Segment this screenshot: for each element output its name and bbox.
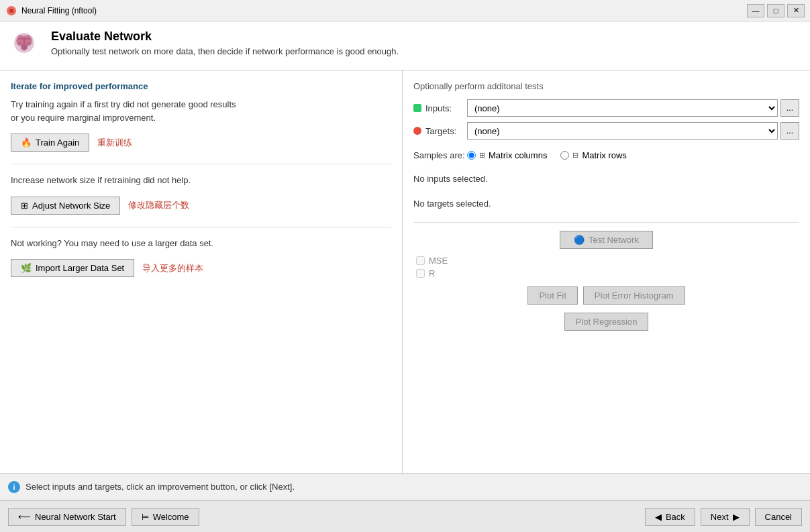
status-message: Select inputs and targets, click an impr… [26,482,295,492]
cancel-label: Cancel [765,512,792,522]
inputs-browse-button[interactable]: ... [780,99,799,117]
back-button[interactable]: ◀ Back [645,508,695,526]
inputs-dropdown-container: (none) ... [467,99,799,117]
matrix-columns-radio[interactable] [467,151,476,160]
window-title: Neural Fitting (nftool) [21,6,747,15]
targets-dot-icon [413,127,421,135]
targets-dropdown-container: (none) ... [467,122,799,140]
matrix-columns-icon: ⊞ [479,151,485,160]
cancel-button[interactable]: Cancel [755,508,802,526]
targets-row: Targets: (none) ... [413,122,799,140]
nav-right: ◀ Back Next ▶ Cancel [645,508,802,526]
mse-label: MSE [429,256,448,266]
plot-error-histogram-button[interactable]: Plot Error Histogram [583,286,685,305]
import-data-chinese: 导入更多的样本 [142,262,203,274]
train-again-row: 🔥 Train Again 重新训练 [11,134,391,152]
targets-label-text: Targets: [425,126,456,136]
nav-left: ⟵ Neural Network Start ⊨ Welcome [8,508,645,526]
iterate-section-title: Iterate for improved performance [11,81,391,91]
plot-regression-button[interactable]: Plot Regression [564,313,649,331]
r-checkbox-row: R [413,268,799,278]
test-network-icon: 🔵 [574,235,585,245]
plot-fit-button[interactable]: Plot Fit [527,286,577,305]
status-icon: i [8,481,20,493]
test-network-label: Test Network [589,235,639,245]
main-content: Iterate for improved performance Try tra… [0,70,810,473]
fire-icon: 🔥 [21,138,32,148]
welcome-label: Welcome [153,512,189,522]
neural-network-start-button[interactable]: ⟵ Neural Network Start [8,508,126,526]
matrix-rows-option[interactable]: ⊟ Matrix rows [560,150,626,160]
header: Evaluate Network Optionally test network… [0,21,810,70]
plot-buttons-row-1: Plot Fit Plot Error Histogram [413,286,799,305]
r-label: R [429,268,435,278]
brain-icon [11,30,43,62]
adjust-network-label: Adjust Network Size [32,201,110,211]
network-icon: ⊞ [21,201,28,211]
larger-data-desc: Not working? You may need to use a large… [11,237,391,250]
iterate-desc-line1: Try training again if a first try did no… [11,99,236,109]
inputs-dropdown[interactable]: (none) [467,99,778,117]
page-title: Evaluate Network [51,30,399,44]
right-divider [413,222,799,223]
import-icon: 🌿 [21,263,32,273]
nav-start-icon: ⟵ [18,512,31,522]
r-checkbox[interactable] [416,269,425,278]
neural-network-start-label: Neural Network Start [35,512,116,522]
nav-welcome-icon: ⊨ [142,512,149,522]
network-size-desc: Increase network size if retraining did … [11,174,391,187]
samples-row: Samples are: ⊞ Matrix columns ⊟ Matrix r… [413,150,799,160]
back-label: Back [666,512,685,522]
no-targets-text: No targets selected. [413,199,799,209]
targets-label: Targets: [413,126,467,136]
maximize-button[interactable]: □ [767,4,784,17]
plot-regression-row: Plot Regression [413,313,799,331]
train-again-button[interactable]: 🔥 Train Again [11,134,89,152]
divider-1 [11,164,391,164]
iterate-description: Try training again if a first try did no… [11,98,391,124]
matrix-columns-option[interactable]: ⊞ Matrix columns [467,150,547,160]
targets-dropdown[interactable]: (none) [467,122,778,140]
right-section-title: Optionally perform additonal tests [413,81,799,91]
no-inputs-text: No inputs selected. [413,174,799,184]
mse-checkbox[interactable] [416,256,425,265]
left-panel: Iterate for improved performance Try tra… [0,70,403,473]
title-bar: Neural Fitting (nftool) — □ ✕ [0,0,810,21]
window-controls: — □ ✕ [747,4,805,17]
matrix-columns-label: Matrix columns [489,150,547,160]
bottom-nav: ⟵ Neural Network Start ⊨ Welcome ◀ Back … [0,500,810,532]
adjust-network-button[interactable]: ⊞ Adjust Network Size [11,197,120,215]
welcome-button[interactable]: ⊨ Welcome [132,508,199,526]
matrix-rows-icon: ⊟ [572,151,578,160]
inputs-label: Inputs: [413,103,467,113]
next-button[interactable]: Next ▶ [701,508,750,526]
samples-radio-group: ⊞ Matrix columns ⊟ Matrix rows [467,150,627,160]
svg-point-1 [9,9,13,13]
status-bar: i Select inputs and targets, click an im… [0,473,810,500]
iterate-desc-line2: or you require marginal improvement. [11,113,156,123]
matrix-rows-radio[interactable] [560,151,569,160]
back-icon: ◀ [655,512,662,522]
inputs-dot-icon [413,104,421,112]
train-again-chinese: 重新训练 [97,137,132,149]
train-again-label: Train Again [36,138,79,148]
test-network-row: 🔵 Test Network [413,231,799,249]
mse-checkbox-row: MSE [413,256,799,266]
divider-2 [11,227,391,227]
targets-browse-button[interactable]: ... [780,122,799,140]
matrix-rows-label: Matrix rows [582,150,626,160]
adjust-network-row: ⊞ Adjust Network Size 修改隐藏层个数 [11,197,391,215]
import-data-button[interactable]: 🌿 Import Larger Data Set [11,259,134,277]
next-icon: ▶ [733,512,740,522]
import-data-label: Import Larger Data Set [36,263,124,273]
app-icon [5,5,17,17]
minimize-button[interactable]: — [747,4,764,17]
import-data-row: 🌿 Import Larger Data Set 导入更多的样本 [11,259,391,277]
adjust-network-chinese: 修改隐藏层个数 [128,199,189,211]
inputs-row: Inputs: (none) ... [413,99,799,117]
right-panel: Optionally perform additonal tests Input… [403,70,810,473]
inputs-label-text: Inputs: [425,103,452,113]
close-button[interactable]: ✕ [787,4,805,17]
test-network-button[interactable]: 🔵 Test Network [560,231,653,249]
page-subtitle: Optionally test network on more data, th… [51,46,399,56]
